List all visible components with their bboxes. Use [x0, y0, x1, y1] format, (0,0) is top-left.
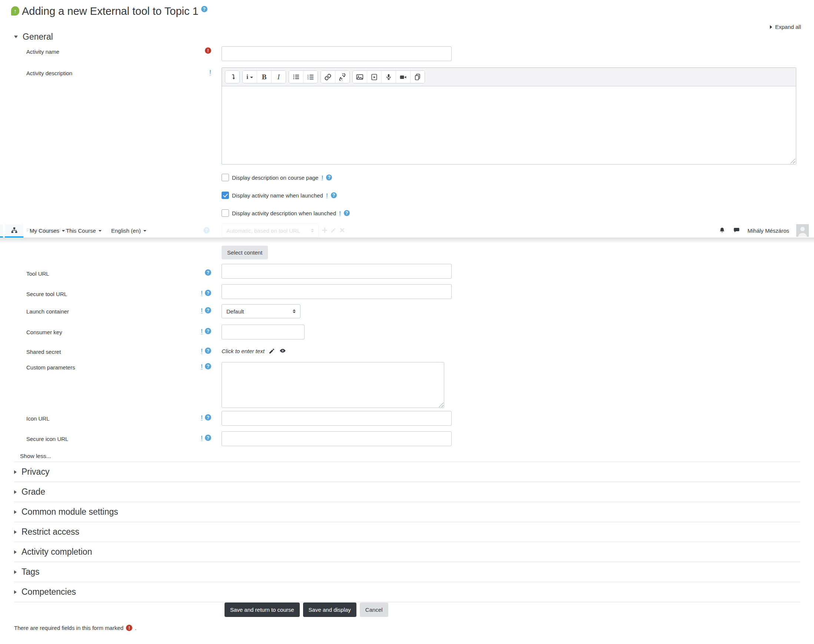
insert-media-icon[interactable]: [367, 71, 381, 83]
collapse-triangle-icon: [14, 570, 17, 574]
tool-url-label: Tool URL: [26, 270, 49, 277]
activity-name-label: Activity name: [26, 49, 59, 55]
help-icon[interactable]: ?: [205, 348, 211, 354]
warning-icon: !: [201, 414, 203, 420]
section-tags[interactable]: Tags: [14, 562, 800, 582]
section-competencies[interactable]: Competencies: [14, 582, 800, 602]
display-activity-description-checkbox[interactable]: [222, 209, 229, 217]
collapse-triangle-icon: [14, 510, 17, 514]
paragraph-styles-icon[interactable]: i: [243, 71, 257, 83]
help-icon[interactable]: ?: [344, 210, 350, 216]
save-display-button[interactable]: Save and display: [303, 603, 356, 617]
tool-url-input[interactable]: [222, 264, 452, 279]
editor-toolbar: i B I 123: [222, 68, 796, 86]
warning-icon: !: [321, 175, 323, 181]
avatar[interactable]: [796, 224, 809, 237]
notifications-bell-icon[interactable]: [718, 227, 726, 234]
warning-icon: !: [201, 435, 203, 441]
collapse-triangle-icon: [14, 35, 18, 38]
nav-this-course-label: This Course: [66, 227, 96, 234]
nav-this-course[interactable]: This Course: [66, 224, 101, 238]
select-content-button[interactable]: Select content: [222, 246, 268, 259]
section-grade[interactable]: Grade: [14, 482, 800, 502]
external-tool-icon: ↑: [11, 6, 19, 15]
help-icon[interactable]: ?: [205, 414, 211, 420]
title-help-icon[interactable]: ?: [201, 6, 207, 12]
icon-url-input[interactable]: [222, 411, 452, 426]
unlink-icon[interactable]: [335, 71, 350, 83]
sitemap-icon: [11, 226, 18, 234]
shared-secret-edit-text[interactable]: Click to enter text: [222, 348, 265, 354]
toolbar-toggle-icon[interactable]: [225, 71, 239, 83]
show-less-link[interactable]: Show less...: [20, 453, 51, 460]
navbar-tab-partial[interactable]: [0, 224, 3, 238]
activity-name-input[interactable]: [222, 46, 452, 61]
navbar: Preconfigured tool ? Automatic, based on…: [0, 224, 814, 238]
collapsed-sections: Privacy Grade Common module settings Res…: [14, 462, 800, 602]
eye-icon[interactable]: [279, 347, 287, 354]
cancel-button[interactable]: Cancel: [360, 603, 388, 617]
secure-tool-url-input[interactable]: [222, 284, 452, 299]
insert-image-icon[interactable]: [353, 71, 367, 83]
nav-my-courses-label: My Courses: [30, 227, 59, 234]
resize-grip-icon[interactable]: [790, 159, 795, 163]
help-icon[interactable]: ?: [205, 363, 211, 370]
section-common-module-settings[interactable]: Common module settings: [14, 502, 800, 522]
warning-icon: !: [201, 348, 203, 354]
icon-url-label: Icon URL: [26, 416, 50, 422]
form-actions: Save and return to course Save and displ…: [225, 603, 388, 617]
editor-content-area[interactable]: [222, 86, 796, 164]
chevron-down-icon: [143, 230, 146, 232]
messages-chat-icon[interactable]: [733, 227, 740, 234]
help-icon[interactable]: ?: [326, 175, 332, 181]
nav-language[interactable]: English (en): [111, 224, 146, 238]
section-activity-completion[interactable]: Activity completion: [14, 542, 800, 562]
help-icon[interactable]: ?: [331, 192, 337, 198]
help-icon[interactable]: ?: [205, 328, 211, 334]
select-arrows-icon: [293, 310, 296, 313]
help-icon[interactable]: ?: [205, 307, 211, 313]
link-icon[interactable]: [321, 71, 335, 83]
expand-all-link[interactable]: Expand all: [770, 24, 801, 30]
secure-tool-url-label: Secure tool URL: [26, 291, 67, 297]
collapse-triangle-icon: [14, 470, 17, 474]
collapse-triangle-icon: [14, 550, 17, 554]
launch-container-select[interactable]: Default: [222, 304, 300, 318]
help-icon[interactable]: ?: [205, 269, 211, 276]
save-return-button[interactable]: Save and return to course: [225, 603, 300, 617]
secure-icon-url-label: Secure icon URL: [26, 436, 68, 442]
display-description-row: Display description on course page ! ?: [222, 174, 332, 181]
secure-icon-url-input[interactable]: [222, 431, 452, 446]
section-restrict-access[interactable]: Restrict access: [14, 522, 800, 542]
ordered-list-icon[interactable]: 123: [303, 71, 317, 83]
record-video-icon[interactable]: [396, 71, 410, 83]
user-name[interactable]: Mihály Mészáros: [747, 227, 789, 234]
navbar-tab-sitemap[interactable]: [5, 224, 23, 238]
manage-files-icon[interactable]: [410, 71, 425, 83]
section-privacy[interactable]: Privacy: [14, 462, 800, 482]
section-general-header[interactable]: General: [14, 32, 53, 42]
bold-icon[interactable]: B: [257, 71, 271, 83]
activity-description-label: Activity description: [26, 70, 72, 76]
display-activity-name-label: Display activity name when launched: [232, 192, 323, 199]
section-divider: [14, 602, 800, 602]
page: ↑ Adding a new External tool to Topic 1 …: [0, 0, 814, 644]
collapse-triangle-icon: [14, 490, 17, 494]
display-description-label: Display description on course page: [232, 175, 318, 181]
consumer-key-input[interactable]: [222, 325, 305, 339]
collapse-triangle-icon: [14, 590, 17, 594]
unordered-list-icon[interactable]: [289, 71, 303, 83]
expand-all-label: Expand all: [775, 24, 801, 30]
help-icon[interactable]: ?: [205, 290, 211, 296]
display-activity-name-checkbox[interactable]: [222, 192, 229, 199]
custom-parameters-textarea[interactable]: [222, 362, 444, 408]
display-description-checkbox[interactable]: [222, 174, 229, 181]
help-icon[interactable]: ?: [205, 435, 211, 441]
record-audio-icon[interactable]: [381, 71, 396, 83]
shared-secret-label: Shared secret: [26, 349, 61, 355]
nav-my-courses[interactable]: My Courses: [30, 224, 65, 238]
warning-icon: !: [326, 192, 328, 199]
activity-description-editor: i B I 123: [222, 67, 796, 164]
italic-icon[interactable]: I: [271, 71, 286, 83]
pencil-icon[interactable]: [268, 348, 275, 354]
